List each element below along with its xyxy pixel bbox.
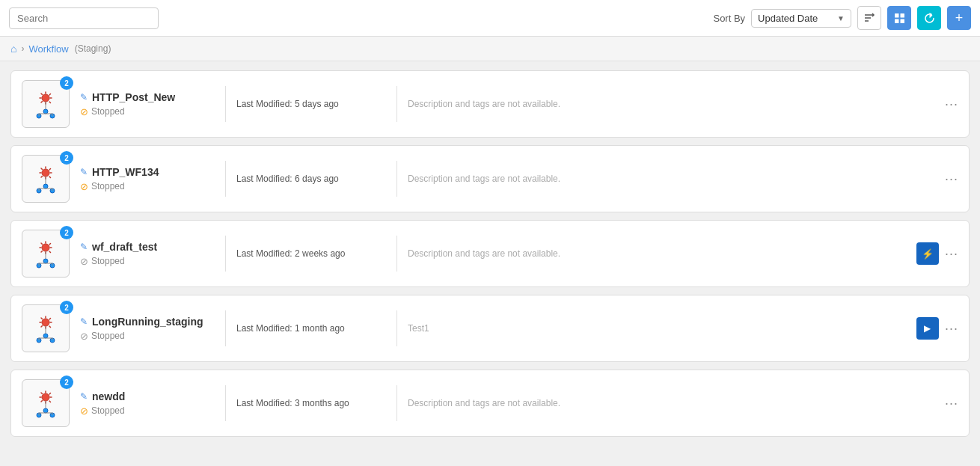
workflow-modified: Last Modified: 1 month ago xyxy=(236,323,386,334)
svg-point-16 xyxy=(42,169,49,177)
divider-1 xyxy=(225,310,226,346)
edit-icon[interactable]: ✎ xyxy=(80,242,88,252)
svg-point-8 xyxy=(43,109,48,114)
svg-point-7 xyxy=(42,94,49,102)
svg-point-44 xyxy=(43,408,48,413)
workflow-list: 2 ✎ HTTP_Post_New ⊘ Stopped Last Modifie… xyxy=(0,61,980,446)
breadcrumb-staging: (Staging) xyxy=(75,43,111,54)
svg-rect-3 xyxy=(895,13,899,18)
workflow-modified: Last Modified: 6 days ago xyxy=(236,174,386,184)
divider-1 xyxy=(225,86,226,122)
workflow-description: Description and tags are not available. xyxy=(408,398,934,408)
workflow-info: ✎ newdd ⊘ Stopped xyxy=(80,390,215,417)
sort-value: Updated Date xyxy=(758,13,833,24)
workflow-name: LongRunning_staging xyxy=(92,316,203,328)
workflow-thumbnail: 2 xyxy=(22,379,70,427)
sort-dropdown[interactable]: Updated Date ▼ xyxy=(751,9,851,28)
flash-button[interactable]: ⚡ xyxy=(916,242,939,265)
workflow-badge: 2 xyxy=(60,301,73,314)
divider-1 xyxy=(225,236,226,272)
svg-rect-4 xyxy=(900,13,904,18)
workflow-name-row: ✎ LongRunning_staging xyxy=(80,316,215,328)
workflow-name: wf_draft_test xyxy=(92,241,157,253)
workflow-badge: 2 xyxy=(60,76,73,90)
workflow-modified: Last Modified: 5 days ago xyxy=(236,99,386,109)
more-options-button[interactable]: ··· xyxy=(945,171,958,187)
more-options-button[interactable]: ··· xyxy=(945,321,958,337)
svg-point-17 xyxy=(43,184,48,188)
edit-icon[interactable]: ✎ xyxy=(80,316,88,327)
breadcrumb-separator: › xyxy=(21,43,24,54)
chevron-down-icon: ▼ xyxy=(837,14,845,22)
workflow-status: ⊘ Stopped xyxy=(80,256,215,267)
workflow-modified: Last Modified: 2 weeks ago xyxy=(236,248,386,259)
status-label: Stopped xyxy=(91,405,125,416)
workflow-modified: Last Modified: 3 months ago xyxy=(236,398,386,408)
workflow-thumbnail: 2 xyxy=(22,230,70,278)
status-label: Stopped xyxy=(91,106,125,117)
edit-icon[interactable]: ✎ xyxy=(80,92,88,102)
status-label: Stopped xyxy=(91,331,125,341)
workflow-status: ⊘ Stopped xyxy=(80,106,215,117)
workflow-name-row: ✎ newdd xyxy=(80,390,215,402)
divider-2 xyxy=(396,161,397,197)
workflow-thumbnail: 2 xyxy=(22,80,70,128)
workflow-status: ⊘ Stopped xyxy=(80,331,215,342)
svg-point-35 xyxy=(43,334,48,338)
workflow-actions: ▶··· xyxy=(916,317,958,340)
workflow-thumbnail: 2 xyxy=(22,155,70,203)
workflow-card: 2 ✎ HTTP_Post_New ⊘ Stopped Last Modifie… xyxy=(10,70,970,138)
svg-point-34 xyxy=(42,319,49,326)
refresh-button[interactable] xyxy=(917,6,941,30)
workflow-badge: 2 xyxy=(60,226,73,239)
breadcrumb-home[interactable]: ⌂ xyxy=(10,43,16,55)
workflow-actions: ··· xyxy=(945,396,958,411)
workflow-status: ⊘ Stopped xyxy=(80,405,215,417)
workflow-badge: 2 xyxy=(60,375,73,389)
more-options-button[interactable]: ··· xyxy=(945,96,958,112)
workflow-actions: ⚡··· xyxy=(916,242,958,265)
workflow-name: HTTP_Post_New xyxy=(92,91,175,103)
breadcrumb: ⌂ › Workflow (Staging) xyxy=(0,37,980,61)
svg-point-43 xyxy=(42,393,49,401)
workflow-status: ⊘ Stopped xyxy=(80,181,215,192)
workflow-name: HTTP_WF134 xyxy=(92,166,159,178)
svg-rect-5 xyxy=(895,19,899,23)
workflow-description: Description and tags are not available. xyxy=(408,174,934,184)
sort-label: Sort By xyxy=(713,13,745,24)
edit-icon[interactable]: ✎ xyxy=(80,167,88,177)
workflow-actions: ··· xyxy=(945,171,958,187)
workflow-description: Test1 xyxy=(408,323,906,334)
workflow-actions: ··· xyxy=(945,96,958,112)
sort-order-button[interactable] xyxy=(857,6,881,30)
more-options-button[interactable]: ··· xyxy=(945,246,958,262)
workflow-card: 2 ✎ LongRunning_staging ⊘ Stopped Last M… xyxy=(10,295,970,362)
run-button[interactable]: ▶ xyxy=(916,317,939,340)
divider-1 xyxy=(225,385,226,421)
more-options-button[interactable]: ··· xyxy=(945,396,958,411)
add-workflow-button[interactable]: + xyxy=(947,6,971,30)
workflow-name: newdd xyxy=(92,390,125,402)
workflow-name-row: ✎ HTTP_WF134 xyxy=(80,166,215,178)
workflow-info: ✎ LongRunning_staging ⊘ Stopped xyxy=(80,316,215,342)
workflow-card: 2 ✎ HTTP_WF134 ⊘ Stopped Last Modified: … xyxy=(10,145,970,212)
workflow-info: ✎ HTTP_Post_New ⊘ Stopped xyxy=(80,91,215,117)
divider-2 xyxy=(396,86,397,122)
edit-icon[interactable]: ✎ xyxy=(80,391,88,402)
status-label: Stopped xyxy=(91,256,125,266)
svg-point-25 xyxy=(42,244,49,251)
search-input[interactable] xyxy=(9,7,159,29)
divider-2 xyxy=(396,310,397,346)
topbar: Sort By Updated Date ▼ xyxy=(0,0,980,37)
status-label: Stopped xyxy=(91,181,125,191)
breadcrumb-workflow[interactable]: Workflow xyxy=(28,43,68,55)
divider-2 xyxy=(396,385,397,421)
workflow-name-row: ✎ HTTP_Post_New xyxy=(80,91,215,103)
divider-1 xyxy=(225,161,226,197)
workflow-info: ✎ wf_draft_test ⊘ Stopped xyxy=(80,241,215,267)
workflow-badge: 2 xyxy=(60,151,73,165)
grid-view-button[interactable] xyxy=(887,6,911,30)
topbar-right: Sort By Updated Date ▼ xyxy=(713,6,971,30)
workflow-info: ✎ HTTP_WF134 ⊘ Stopped xyxy=(80,166,215,192)
workflow-name-row: ✎ wf_draft_test xyxy=(80,241,215,253)
